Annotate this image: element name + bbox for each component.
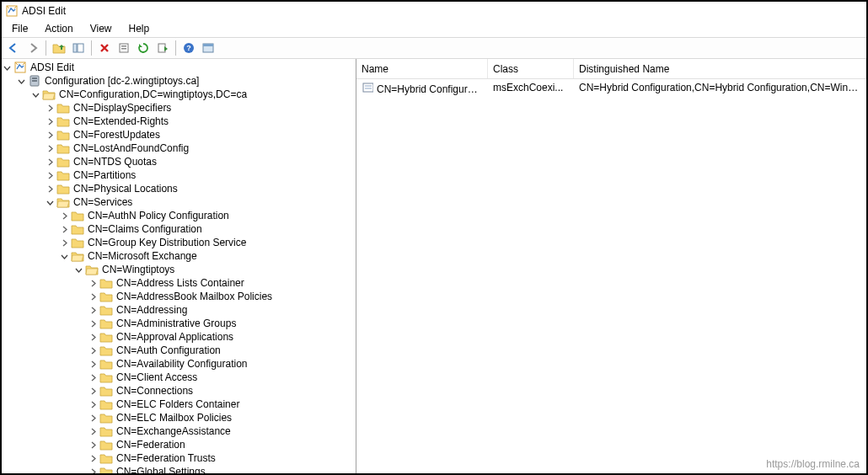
tree-node[interactable]: CN=Address Lists Container bbox=[2, 276, 356, 290]
up-one-level-button[interactable] bbox=[51, 40, 67, 56]
collapse-icon[interactable] bbox=[46, 199, 56, 206]
tree-node[interactable]: CN=Group Key Distribution Service bbox=[2, 236, 356, 249]
tree-node-label: CN=Connections bbox=[115, 385, 195, 398]
tree-node[interactable]: CN=Partitions bbox=[2, 168, 356, 182]
expand-icon[interactable] bbox=[89, 455, 99, 462]
collapse-icon[interactable] bbox=[18, 77, 28, 85]
tree-node[interactable]: CN=Approval Applications bbox=[2, 330, 356, 344]
tree-node[interactable]: CN=ELC Mailbox Policies bbox=[2, 411, 356, 424]
tree-node[interactable]: CN=Claims Configuration bbox=[2, 222, 356, 236]
folder-icon bbox=[99, 317, 113, 330]
tree-node[interactable]: CN=Federation bbox=[2, 438, 356, 451]
tree-node-label: CN=Auth Configuration bbox=[115, 344, 222, 357]
folder-icon bbox=[56, 141, 70, 155]
folder-icon bbox=[99, 290, 113, 303]
export-list-button[interactable] bbox=[154, 40, 171, 56]
delete-button[interactable] bbox=[96, 40, 113, 56]
menu-view[interactable]: View bbox=[83, 22, 119, 35]
expand-icon[interactable] bbox=[89, 320, 99, 328]
tree-pane[interactable]: ADSI EditConfiguration [dc-2.wingtiptoys… bbox=[2, 59, 356, 473]
tree-node[interactable]: CN=Addressing bbox=[2, 303, 356, 317]
properties-button[interactable] bbox=[115, 40, 132, 56]
list-pane[interactable]: Name Class Distinguished Name CN=Hybrid … bbox=[356, 59, 866, 473]
tree-node[interactable]: CN=Administrative Groups bbox=[2, 317, 356, 330]
tree-node[interactable]: CN=Wingtiptoys bbox=[2, 263, 356, 276]
expand-icon[interactable] bbox=[89, 374, 99, 382]
tree-node[interactable]: Configuration [dc-2.wingtiptoys.ca] bbox=[2, 74, 356, 88]
tree-node-label: CN=ForestUpdates bbox=[72, 129, 162, 141]
expand-icon[interactable] bbox=[61, 239, 71, 247]
tree-node[interactable]: CN=Configuration,DC=wingtiptoys,DC=ca bbox=[2, 88, 356, 101]
column-header-class[interactable]: Class bbox=[488, 59, 574, 78]
tree-node[interactable]: CN=Global Settings bbox=[2, 465, 356, 473]
collapse-icon[interactable] bbox=[61, 253, 71, 260]
expand-icon[interactable] bbox=[46, 185, 56, 193]
forward-button[interactable] bbox=[24, 40, 41, 56]
expand-icon[interactable] bbox=[89, 307, 99, 314]
tree-node[interactable]: CN=Client Access bbox=[2, 371, 356, 384]
column-header-dn[interactable]: Distinguished Name bbox=[574, 59, 866, 78]
expand-icon[interactable] bbox=[89, 387, 99, 395]
menu-action[interactable]: Action bbox=[38, 22, 79, 35]
expand-icon[interactable] bbox=[89, 360, 99, 368]
folder-icon bbox=[99, 344, 113, 357]
tree-node[interactable]: CN=LostAndFoundConfig bbox=[2, 141, 356, 155]
expand-icon[interactable] bbox=[89, 280, 99, 287]
collapse-icon[interactable] bbox=[75, 266, 85, 274]
tree-node[interactable]: CN=Physical Locations bbox=[2, 182, 356, 195]
menu-file[interactable]: File bbox=[5, 22, 35, 35]
expand-icon[interactable] bbox=[61, 226, 71, 233]
collapse-icon[interactable] bbox=[3, 64, 13, 72]
tree-node[interactable]: CN=Microsoft Exchange bbox=[2, 249, 356, 263]
tree-node[interactable]: CN=DisplaySpecifiers bbox=[2, 101, 356, 115]
tree-node[interactable]: CN=Services bbox=[2, 195, 356, 209]
tree-node[interactable]: CN=Connections bbox=[2, 384, 356, 398]
tree-node[interactable]: CN=AuthN Policy Configuration bbox=[2, 209, 356, 222]
expand-icon[interactable] bbox=[46, 118, 56, 125]
folder-icon bbox=[99, 384, 113, 398]
folder-icon bbox=[71, 209, 84, 222]
expand-icon[interactable] bbox=[46, 104, 56, 112]
tree-node[interactable]: CN=Federation Trusts bbox=[2, 451, 356, 465]
collapse-icon[interactable] bbox=[32, 91, 42, 99]
list-header: Name Class Distinguished Name bbox=[356, 59, 866, 79]
expand-icon[interactable] bbox=[89, 401, 99, 408]
tree-node[interactable]: CN=Extended-Rights bbox=[2, 115, 356, 128]
tree-node-label: CN=Global Settings bbox=[115, 466, 207, 474]
expand-icon[interactable] bbox=[89, 441, 99, 449]
expand-icon[interactable] bbox=[89, 428, 99, 435]
menu-help[interactable]: Help bbox=[122, 22, 157, 35]
tree-node-label: CN=Physical Locations bbox=[72, 183, 179, 195]
back-button[interactable] bbox=[5, 40, 22, 56]
tile-windows-button[interactable] bbox=[200, 40, 217, 56]
expand-icon[interactable] bbox=[89, 468, 99, 474]
tree-node[interactable]: CN=Auth Configuration bbox=[2, 344, 356, 357]
list-row[interactable]: CN=Hybrid Configuration msExchCoexi... C… bbox=[356, 79, 866, 96]
expand-icon[interactable] bbox=[89, 334, 99, 341]
expand-icon[interactable] bbox=[46, 145, 56, 152]
show-hide-tree-button[interactable] bbox=[70, 40, 87, 56]
expand-icon[interactable] bbox=[46, 131, 56, 139]
tree-node[interactable]: CN=ExchangeAssistance bbox=[2, 424, 356, 438]
help-button[interactable]: ? bbox=[180, 40, 197, 56]
folder-icon bbox=[56, 128, 70, 141]
tree-node-label: CN=Federation bbox=[115, 439, 187, 451]
expand-icon[interactable] bbox=[89, 414, 99, 422]
tree-node-label: CN=AddressBook Mailbox Policies bbox=[115, 291, 274, 303]
tree-node[interactable]: CN=ELC Folders Container bbox=[2, 398, 356, 411]
expand-icon[interactable] bbox=[61, 212, 71, 220]
tree-node[interactable]: CN=AddressBook Mailbox Policies bbox=[2, 290, 356, 303]
column-header-name[interactable]: Name bbox=[356, 59, 488, 78]
tree-node[interactable]: CN=ForestUpdates bbox=[2, 128, 356, 141]
folder-icon bbox=[99, 424, 113, 438]
refresh-button[interactable] bbox=[135, 40, 152, 56]
expand-icon[interactable] bbox=[89, 293, 99, 301]
tree-node[interactable]: CN=Availability Configuration bbox=[2, 357, 356, 371]
folder-icon bbox=[99, 357, 113, 371]
tree-node-label: CN=Wingtiptoys bbox=[100, 264, 176, 276]
expand-icon[interactable] bbox=[46, 172, 56, 179]
expand-icon[interactable] bbox=[89, 347, 99, 355]
expand-icon[interactable] bbox=[46, 158, 56, 166]
tree-node[interactable]: ADSI Edit bbox=[2, 61, 356, 74]
tree-node[interactable]: CN=NTDS Quotas bbox=[2, 155, 356, 168]
